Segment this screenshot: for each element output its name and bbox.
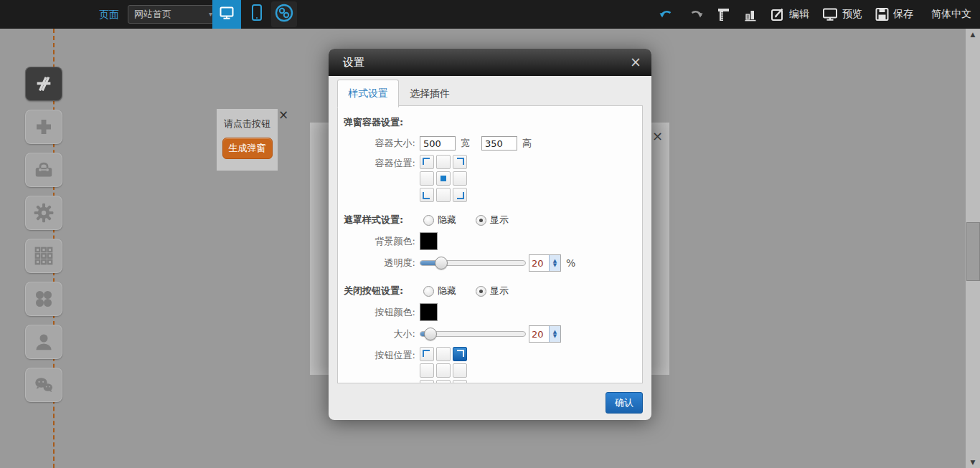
mask-hide-radio[interactable]: 隐藏 [423,214,456,226]
redo-icon [687,6,705,22]
container-section-label: 弹窗容器设置: [344,116,415,129]
close-pos-bottom-center[interactable] [436,380,451,383]
save-label: 保存 [893,8,913,21]
page-label: 页面 [99,0,119,29]
container-position-label: 容器位置: [344,157,415,170]
plus-icon [33,116,55,138]
language-label: 简体中文 [931,8,971,21]
opacity-label: 透明度: [344,257,415,269]
close-color-label: 按钮颜色: [344,306,415,319]
close-show-radio[interactable]: 显示 [476,285,509,297]
corner-bottom-right-icon [457,192,464,199]
dialog-close-icon[interactable]: × [630,54,641,69]
tip-close-icon[interactable]: × [278,108,288,122]
mask-show-radio[interactable]: 显示 [476,214,509,226]
spinner-arrows-icon[interactable]: ▲▼ [549,326,560,342]
container-width-input[interactable] [420,136,456,151]
save-button[interactable]: 保存 [875,6,913,22]
mask-section-label: 遮罩样式设置: [344,214,415,226]
preview-monitor-icon [821,6,839,22]
container-pos-bottom-right[interactable] [453,188,467,202]
dialog-header: 设置 × [329,49,651,76]
clover-icon [33,288,55,310]
wechat-icon [32,374,55,396]
mask-color-swatch[interactable] [420,232,438,250]
edit-label: 编辑 [789,8,809,21]
container-pos-bottom-left[interactable] [420,188,434,202]
close-pos-top-right-selected[interactable] [453,347,467,361]
close-pos-middle-right[interactable] [453,363,467,378]
sidebar-item-design-apps[interactable] [25,67,62,101]
close-color-swatch[interactable] [420,303,438,321]
undo-button[interactable] [658,6,675,22]
desktop-view-button[interactable] [212,0,241,29]
sidebar-item-settings[interactable] [25,196,62,230]
scroll-up-arrow-icon[interactable]: ▲ [966,29,980,40]
tab-style-settings[interactable]: 样式设置 [337,80,399,108]
sidebar-item-add[interactable] [25,110,62,144]
close-size-slider-handle[interactable] [424,328,437,340]
redo-button[interactable] [687,6,705,22]
close-hide-radio[interactable]: 隐藏 [423,285,456,297]
close-pos-center[interactable] [436,363,451,378]
top-toolbar: 页面 网站首页 ▾ [0,0,980,29]
user-icon [33,331,55,353]
opacity-slider-handle[interactable] [435,257,448,269]
width-unit-label: 宽 [461,137,470,150]
scroll-down-arrow-icon[interactable]: ▼ [966,457,980,468]
edit-button[interactable]: 编辑 [770,6,809,22]
container-pos-top-right[interactable] [453,155,467,169]
preview-button[interactable]: 预览 [821,6,862,22]
radio-selected-icon [476,286,486,297]
ruler-button[interactable] [717,6,731,22]
opacity-spinner[interactable]: 20 ▲▼ [529,254,561,272]
container-pos-bottom-center[interactable] [436,188,451,202]
page-dropdown[interactable]: 网站首页 ▾ [128,5,218,24]
app-window: 页面 网站首页 ▾ [0,0,980,468]
ruler-icon [717,6,731,22]
close-pos-bottom-right[interactable] [453,380,467,383]
sidebar-item-modules[interactable] [25,239,62,273]
container-pos-middle-left[interactable] [420,171,434,186]
close-pos-top-left[interactable] [420,347,434,361]
toolbox-icon [32,159,55,181]
sidebar-item-user[interactable] [25,325,62,359]
save-floppy-icon [875,6,890,22]
close-size-spinner[interactable]: 20 ▲▼ [529,325,561,343]
container-pos-center-selected[interactable] [436,171,451,186]
page-dropdown-value: 网站首页 [134,9,171,19]
close-pos-middle-left[interactable] [420,363,434,378]
close-pos-bottom-left[interactable] [420,380,434,383]
tab-choose-plugin[interactable]: 选择插件 [399,80,461,107]
popup-trigger-card: 请点击按钮 生成弹窗 [217,109,278,171]
close-button-section-label: 关闭按钮设置: [344,285,415,297]
container-pos-top-center[interactable] [436,155,451,169]
spinner-arrows-icon[interactable]: ▲▼ [549,255,560,271]
bar-chart-icon [743,6,758,22]
link-mode-button[interactable] [271,1,297,27]
container-pos-top-left[interactable] [420,155,434,169]
sidebar-item-widgets[interactable] [25,282,62,316]
mobile-view-button[interactable] [245,0,268,29]
sidebar-item-toolbox[interactable] [25,153,62,187]
gear-icon [32,201,55,224]
statistics-button[interactable] [743,6,758,22]
close-pos-top-center[interactable] [436,347,451,361]
sidebar-item-wechat[interactable] [25,368,62,402]
preview-close-icon[interactable]: × [652,128,663,143]
page-scrollbar[interactable]: ▲ ▼ [966,29,980,468]
undo-icon [658,6,675,22]
corner-top-left-icon [423,158,430,165]
container-height-input[interactable] [481,136,517,151]
language-switch[interactable]: 简体中文 [931,8,971,21]
edit-pencil-icon [770,6,786,22]
radio-icon [423,286,434,297]
close-size-slider[interactable] [420,331,526,337]
radio-icon [423,215,434,226]
confirm-button[interactable]: 确认 [606,392,643,414]
scrollbar-thumb[interactable] [966,222,980,281]
monitor-icon [218,4,235,24]
generate-popup-button[interactable]: 生成弹窗 [222,138,273,159]
opacity-slider[interactable] [420,260,526,266]
container-pos-middle-right[interactable] [453,171,467,186]
